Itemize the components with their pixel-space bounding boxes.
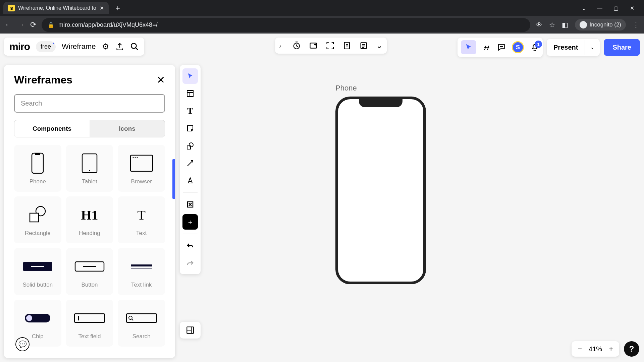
card-icon[interactable]	[359, 41, 368, 50]
component-button[interactable]: Button	[66, 248, 113, 295]
close-window-icon[interactable]: ✕	[629, 5, 635, 11]
help-button[interactable]: ?	[624, 341, 639, 357]
chat-help-icon[interactable]: 💬	[15, 337, 30, 351]
url-field[interactable]: 🔒 miro.com/app/board/uXjVMqU6x48=/	[42, 18, 530, 32]
close-panel-icon[interactable]: ✕	[157, 74, 165, 86]
shape-tool[interactable]	[182, 138, 198, 154]
share-button[interactable]: Share	[604, 39, 640, 56]
zoom-level[interactable]: 41%	[589, 345, 602, 353]
wireframes-panel: Wireframes ✕ Search Components Icons Pho…	[4, 65, 175, 358]
sticky-note-tool[interactable]	[182, 121, 198, 136]
timer-icon[interactable]	[292, 41, 301, 50]
svg-rect-6	[32, 153, 43, 173]
text-tool[interactable]: T	[182, 103, 198, 119]
component-search[interactable]: Search	[118, 300, 165, 347]
tab-icons[interactable]: Icons	[90, 120, 165, 137]
settings-icon[interactable]: ⚙	[102, 42, 109, 51]
kebab-menu-icon[interactable]: ⋮	[633, 21, 639, 29]
reactions-icon[interactable]	[482, 43, 491, 52]
incognito-chip[interactable]: Incognito (2)	[575, 19, 626, 31]
pen-tool[interactable]	[182, 173, 198, 188]
tablet-icon	[82, 152, 98, 175]
eye-off-icon[interactable]: 👁	[536, 21, 542, 29]
avatar[interactable]: S	[512, 41, 524, 53]
tab-title: Wireframe, Online Whiteboard fo	[18, 5, 96, 11]
minimize-icon[interactable]: ―	[596, 5, 603, 11]
svg-point-27	[129, 316, 132, 319]
comment-icon[interactable]	[497, 43, 506, 52]
hide-frame-icon[interactable]	[309, 41, 318, 50]
svg-point-0	[131, 43, 136, 48]
svg-rect-20	[131, 264, 152, 266]
svg-point-11	[132, 157, 133, 158]
component-phone[interactable]: Phone	[14, 145, 61, 192]
svg-rect-15	[30, 213, 39, 222]
canvas-phone-label[interactable]: Phone	[335, 84, 357, 93]
board-name[interactable]: Wireframe	[62, 42, 96, 51]
frame-tool[interactable]	[182, 197, 198, 212]
export-icon[interactable]	[115, 42, 124, 51]
bookmark-icon[interactable]: ☆	[549, 21, 555, 29]
more-tools-icon[interactable]: ⌄	[376, 41, 383, 50]
chip-icon	[24, 306, 51, 330]
reload-button[interactable]: ⟳	[30, 20, 36, 29]
note-icon[interactable]	[342, 41, 351, 50]
new-tab-button[interactable]: ＋	[109, 3, 127, 13]
component-browser[interactable]: Browser	[118, 145, 165, 192]
add-tool[interactable]: ＋	[182, 214, 198, 230]
tab-close-icon[interactable]: ✕	[100, 5, 104, 11]
select-tool[interactable]	[182, 68, 198, 84]
canvas-phone-frame[interactable]	[335, 97, 426, 284]
svg-rect-24	[74, 314, 105, 322]
forward-button[interactable]: →	[17, 20, 25, 29]
heading-icon: H1	[81, 203, 98, 227]
component-text-field[interactable]: Text field	[66, 300, 113, 347]
search-input[interactable]: Search	[14, 94, 165, 113]
templates-tool[interactable]	[182, 86, 198, 101]
svg-rect-26	[126, 314, 157, 322]
favicon: m	[8, 5, 15, 11]
component-rectangle[interactable]: Rectangle	[14, 196, 61, 243]
zoom-out-button[interactable]: −	[578, 345, 582, 353]
solid-button-icon	[22, 255, 53, 278]
component-grid: Phone Tablet Browser Rectangle H1 Headin…	[14, 145, 165, 347]
browser-tab[interactable]: m Wireframe, Online Whiteboard fo ✕	[3, 2, 109, 14]
svg-rect-29	[187, 90, 193, 97]
lock-icon: 🔒	[48, 22, 54, 28]
present-dropdown-icon[interactable]: ⌄	[585, 40, 600, 55]
notifications-icon[interactable]: 1	[530, 43, 539, 52]
notification-badge: 1	[535, 41, 542, 48]
zoom-in-button[interactable]: +	[609, 345, 613, 353]
cursor-tool-icon[interactable]	[461, 40, 476, 54]
arrow-tool[interactable]	[182, 156, 198, 171]
svg-rect-17	[31, 266, 44, 267]
maximize-icon[interactable]: ▢	[612, 5, 619, 11]
present-button[interactable]: Present ⌄	[547, 39, 600, 56]
chevron-down-icon[interactable]: ⌄	[580, 5, 587, 11]
layers-button[interactable]	[180, 322, 201, 339]
expand-toolbar-icon[interactable]: ›	[279, 42, 284, 50]
panel-scrollbar[interactable]	[172, 159, 175, 199]
svg-point-3	[315, 44, 316, 45]
component-solid-button[interactable]: Solid button	[14, 248, 61, 295]
text-field-icon	[74, 306, 105, 330]
address-bar: ← → ⟳ 🔒 miro.com/app/board/uXjVMqU6x48=/…	[0, 16, 644, 34]
undo-button[interactable]	[182, 238, 198, 253]
component-heading[interactable]: H1 Heading	[66, 196, 113, 243]
fullscreen-icon[interactable]	[326, 41, 334, 50]
top-toolbar: › ⌄	[275, 38, 387, 54]
tab-components[interactable]: Components	[14, 120, 90, 137]
text-link-icon	[130, 255, 153, 278]
tab-bar: m Wireframe, Online Whiteboard fo ✕ ＋ ⌄ …	[0, 0, 644, 16]
miro-logo[interactable]: miro	[9, 41, 30, 52]
phone-notch	[359, 99, 402, 107]
panel-title: Wireframes	[14, 74, 72, 86]
plan-chip[interactable]: free	[36, 41, 56, 52]
search-icon[interactable]	[130, 42, 139, 51]
back-button[interactable]: ←	[5, 20, 12, 29]
panel-icon[interactable]: ◧	[562, 21, 568, 29]
component-tablet[interactable]: Tablet	[66, 145, 113, 192]
component-text[interactable]: T Text	[118, 196, 165, 243]
redo-button[interactable]	[182, 255, 198, 271]
component-text-link[interactable]: Text link	[118, 248, 165, 295]
